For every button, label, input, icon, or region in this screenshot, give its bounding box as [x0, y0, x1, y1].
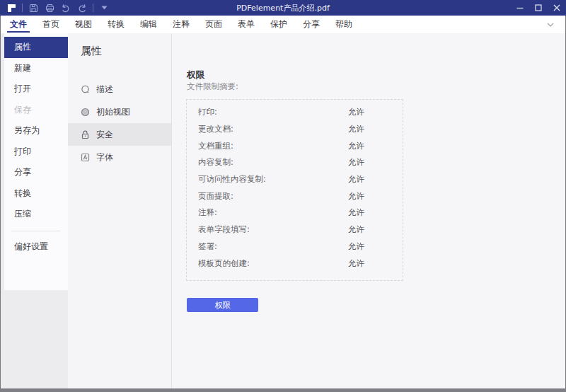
permission-value: 允许 [348, 207, 364, 218]
permission-row-template-page-creation: 模板页的创建: 允许 [187, 255, 403, 272]
permission-label: 可访问性内容复制: [198, 174, 266, 185]
customize-toolbar-dropdown-icon[interactable] [98, 2, 110, 13]
permission-value: 允许 [348, 124, 364, 134]
menu-tab-help[interactable]: 帮助 [328, 16, 360, 33]
permission-label: 内容复制: [198, 157, 233, 168]
menu-tab-view[interactable]: 视图 [67, 16, 100, 33]
font-a-icon [81, 153, 90, 162]
permission-value: 允许 [348, 157, 364, 168]
permission-label: 文档重组: [198, 141, 233, 151]
properties-panel-title: 属性 [68, 33, 171, 58]
toolbar-divider [93, 4, 93, 12]
titlebar: PDFelement产品介绍.pdf [0, 0, 566, 16]
file-menu-item-open[interactable]: 打开 [4, 79, 68, 100]
permission-row-commenting: 注释: 允许 [187, 204, 403, 221]
menu-tab-share[interactable]: 分享 [295, 16, 328, 33]
description-circle-icon [81, 85, 90, 94]
print-icon[interactable] [44, 2, 55, 13]
security-content: 权限 文件限制摘要: 打印: 允许 更改文档: 允许 文档重组: 允许 内容复制… [172, 33, 565, 388]
permission-label: 模板页的创建: [198, 258, 250, 269]
file-menu-item-save-as[interactable]: 另存为 [4, 120, 68, 142]
file-menu-item-properties[interactable]: 属性 [4, 37, 68, 58]
permission-row-accessible-content-copying: 可访问性内容复制: 允许 [187, 171, 403, 188]
permissions-subheading: 文件限制摘要: [187, 81, 238, 92]
properties-tabs: 描述 初始视图 安全 [68, 78, 171, 168]
tab-label: 初始视图 [96, 106, 130, 118]
permission-row-print: 打印: 允许 [187, 104, 403, 121]
file-menu-item-preferences[interactable]: 偏好设置 [4, 236, 68, 258]
bottom-statusbar-strip [0, 388, 566, 392]
file-menu-item-save: 保存 [4, 100, 68, 121]
permission-value: 允许 [348, 191, 364, 202]
permission-label: 页面提取: [198, 191, 233, 202]
tab-label: 字体 [96, 151, 113, 163]
tab-fonts[interactable]: 字体 [68, 146, 171, 168]
permission-value: 允许 [348, 174, 364, 185]
tab-security[interactable]: 安全 [68, 123, 171, 146]
menu-tab-home[interactable]: 首页 [35, 16, 67, 33]
menu-tab-file[interactable]: 文件 [2, 16, 35, 33]
permission-row-document-assembly: 文档重组: 允许 [187, 137, 403, 154]
tab-label: 描述 [96, 83, 113, 96]
permissions-summary-box: 打印: 允许 更改文档: 允许 文档重组: 允许 内容复制: 允许 可访问性内容… [186, 99, 403, 281]
file-menu-item-compress[interactable]: 压缩 [4, 204, 68, 225]
toolbar-divider [22, 4, 23, 12]
permission-row-form-field-filling: 表单字段填写: 允许 [187, 221, 403, 238]
pdfelement-logo-icon [6, 2, 17, 13]
menu-tab-form[interactable]: 表单 [230, 16, 262, 33]
permission-value: 允许 [348, 258, 364, 269]
window-controls [511, 0, 566, 16]
menu-tab-edit[interactable]: 编辑 [132, 16, 165, 33]
permission-row-content-copying: 内容复制: 允许 [187, 154, 403, 171]
file-menu: 属性 新建 打开 保存 另存为 打印 分享 转换 压缩 偏好设置 [4, 33, 68, 290]
permissions-button[interactable]: 权限 [187, 298, 258, 312]
permissions-heading: 权限 [187, 69, 204, 81]
quick-access-toolbar [0, 0, 110, 16]
file-menu-item-share[interactable]: 分享 [4, 162, 68, 183]
menubar: 文件 首页 视图 转换 编辑 注释 页面 表单 保护 分享 帮助 [1, 16, 565, 33]
permission-value: 允许 [348, 224, 364, 235]
lock-icon [81, 130, 90, 139]
minimize-button[interactable] [511, 0, 529, 16]
close-button[interactable] [548, 0, 566, 16]
permission-label: 表单字段填写: [198, 224, 250, 235]
permission-value: 允许 [348, 107, 364, 117]
permission-label: 签署: [198, 241, 217, 252]
menu-tab-convert[interactable]: 转换 [100, 16, 132, 33]
permission-row-modify-document: 更改文档: 允许 [187, 121, 403, 138]
ribbon-collapse-chevron-icon[interactable] [547, 23, 554, 27]
file-backstage-view: 属性 新建 打开 保存 另存为 打印 分享 转换 压缩 偏好设置 属性 [1, 33, 565, 388]
tab-initial-view[interactable]: 初始视图 [68, 100, 171, 123]
permission-label: 注释: [198, 207, 217, 218]
menu-tab-page[interactable]: 页面 [197, 16, 230, 33]
save-icon[interactable] [28, 2, 39, 13]
file-menu-item-convert[interactable]: 转换 [4, 183, 68, 204]
menu-tab-comment[interactable]: 注释 [165, 16, 197, 33]
file-menu-item-new[interactable]: 新建 [4, 58, 68, 79]
maximize-button[interactable] [529, 0, 548, 16]
permission-label: 更改文档: [198, 124, 233, 134]
permission-value: 允许 [348, 241, 364, 252]
menu-tab-protect[interactable]: 保护 [262, 16, 295, 33]
redo-icon[interactable] [76, 2, 88, 13]
permission-row-page-extraction: 页面提取: 允许 [187, 188, 403, 204]
app-window: PDFelement产品介绍.pdf 文件 首页 视图 转换 编辑 注释 页面 … [0, 0, 566, 392]
undo-icon[interactable] [60, 2, 71, 13]
tab-label: 安全 [96, 129, 113, 141]
permission-row-signing: 签署: 允许 [187, 238, 403, 255]
tab-description[interactable]: 描述 [68, 78, 171, 100]
permission-label: 打印: [198, 107, 217, 117]
properties-panel: 属性 描述 初始视图 [68, 33, 172, 388]
file-menu-item-print[interactable]: 打印 [4, 142, 68, 163]
file-menu-divider [11, 231, 61, 231]
initial-view-circle-icon [81, 108, 90, 117]
permission-value: 允许 [348, 141, 364, 151]
